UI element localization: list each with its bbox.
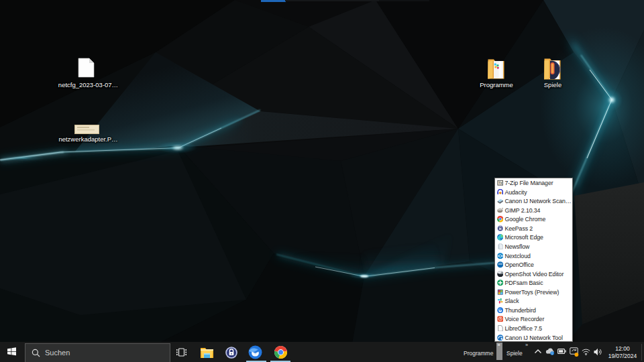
svg-text:7z: 7z [498, 181, 502, 185]
